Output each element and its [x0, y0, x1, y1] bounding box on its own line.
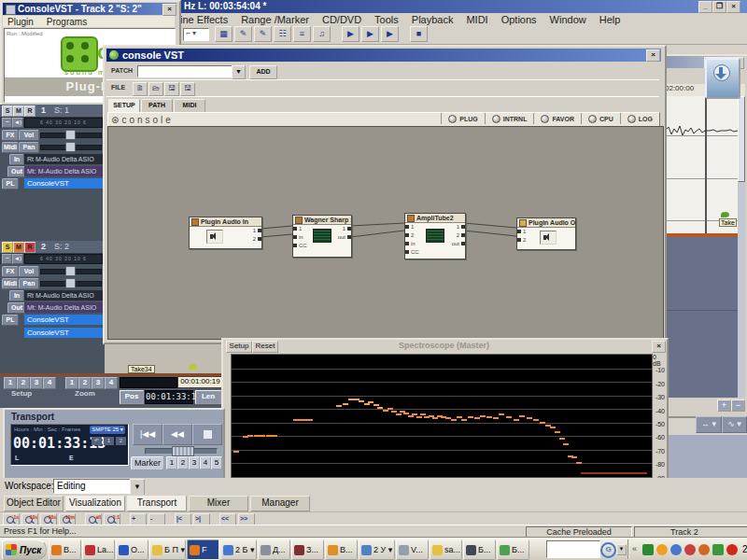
save-as-file-icon[interactable]: 🖫 — [180, 82, 195, 96]
patch-dropdown-button[interactable]: ▼ — [232, 65, 246, 79]
scrollbar-thumb[interactable] — [738, 96, 745, 182]
tab-manager[interactable]: Manager — [250, 496, 310, 511]
taskbar-item[interactable]: F — [187, 539, 219, 560]
output-device[interactable]: Mt: M-Audio Delta ASIO — [24, 166, 105, 176]
download-arrow-icon[interactable] — [705, 58, 740, 99]
plugin-menu-plugin[interactable]: Plugin — [7, 17, 34, 27]
plugin-slot[interactable]: ConsoleVST — [24, 315, 105, 325]
console-cpu-button[interactable]: CPU — [581, 113, 620, 124]
module-amplitube2[interactable]: AmpliTube212inCC12out — [404, 213, 466, 259]
plugin-menu-programs[interactable]: Programs — [47, 17, 87, 27]
play-icon[interactable]: ▶ — [361, 26, 379, 42]
taskbar-item[interactable]: V... — [396, 539, 429, 560]
module-header[interactable]: Wagner Sharp x4 — [293, 216, 351, 225]
search-dropdown-button[interactable]: ▼ — [616, 544, 627, 555]
zoom-out-button[interactable]: − — [731, 399, 745, 412]
mute-button[interactable]: M — [13, 242, 24, 253]
port-in-CC[interactable] — [293, 244, 297, 247]
spectroscope-titlebar[interactable]: Setup Reset Spectroscope (Master) × — [225, 341, 663, 353]
port-out-1[interactable] — [461, 225, 465, 229]
tab-midi[interactable]: MIDI — [174, 99, 205, 113]
console-vst-titlebar[interactable]: console VST × — [106, 49, 661, 62]
open-file-icon[interactable]: 🗁 — [148, 82, 163, 96]
routing-canvas[interactable]: Plugin Audio In12Wagner Sharp x41inCC1ou… — [107, 126, 664, 340]
monitor-speaker-icon[interactable]: ◄) — [12, 254, 23, 264]
zoom-4-button[interactable]: 4 — [105, 377, 118, 389]
mixer-icon[interactable]: ☷ — [274, 26, 291, 42]
taskbar-clock[interactable]: 2:11 — [742, 544, 747, 554]
record-button[interactable]: R — [24, 242, 35, 253]
port-in-1[interactable] — [405, 225, 409, 229]
play-loop-icon[interactable]: ▶ — [381, 26, 399, 42]
main-menu-cddvd[interactable]: CD/DVD — [322, 14, 361, 25]
pl-button[interactable]: PL — [2, 315, 19, 326]
main-menu-tools[interactable]: Tools — [374, 14, 399, 25]
tab-mixer[interactable]: Mixer — [189, 496, 248, 511]
taskbar-item[interactable]: sa... — [430, 539, 462, 560]
setup-3-button[interactable]: 3 — [30, 377, 43, 389]
main-menu-window[interactable]: Window — [550, 14, 586, 25]
tab-visualization[interactable]: Visualization — [65, 496, 125, 511]
take34-label[interactable]: Take34 — [128, 365, 155, 373]
pos-value[interactable]: 00:01:33:13 — [145, 390, 193, 404]
taskbar-item[interactable]: La... — [82, 539, 115, 560]
vol-button[interactable]: Vol — [19, 266, 39, 277]
module-header[interactable]: Plugin Audio In — [190, 217, 261, 227]
orange-ball-icon[interactable] — [656, 544, 668, 555]
main-menu-midi[interactable]: MIDI — [466, 14, 487, 25]
collapse-chevron-icon[interactable]: « — [632, 544, 640, 555]
stop-button[interactable] — [192, 424, 222, 445]
minimize-track-button[interactable]: − — [2, 118, 12, 128]
main-restore-button[interactable]: ❐ — [712, 1, 726, 13]
main-menu-options[interactable]: Options — [501, 14, 537, 25]
taskbar-item[interactable]: Б... — [463, 539, 496, 560]
main-close-button[interactable]: × — [726, 1, 740, 13]
save-file-icon[interactable]: 🖫 — [164, 82, 179, 96]
marker-3-button[interactable]: 3 — [189, 456, 200, 469]
rewind-button[interactable]: ◀◀ — [162, 424, 192, 445]
red-arrow-icon[interactable] — [726, 544, 738, 555]
solo-button[interactable]: S — [2, 242, 13, 253]
patch-select[interactable] — [137, 65, 233, 77]
speaker-icon[interactable] — [540, 231, 557, 245]
console-favor-button[interactable]: FAVOR — [533, 113, 581, 124]
setup-1-button[interactable]: 1 — [4, 377, 17, 389]
green-badge-icon[interactable] — [712, 544, 724, 555]
add-patch-button[interactable]: ADD — [249, 65, 277, 79]
setup-2-button[interactable]: 2 — [17, 377, 30, 389]
midi-button[interactable]: Midi — [2, 142, 19, 153]
tab-transport[interactable]: Transport — [127, 496, 187, 511]
shuttle-thumb[interactable] — [172, 446, 194, 456]
smpte-dropdown[interactable]: SMPTE 25 ▾ — [90, 426, 125, 434]
speaker-icon[interactable] — [206, 230, 223, 244]
consolevst-close-button[interactable]: × — [162, 4, 176, 16]
port-in-in[interactable] — [405, 242, 409, 245]
marker-2-button[interactable]: 2 — [177, 456, 189, 469]
taskbar-item[interactable]: Д... — [258, 539, 290, 560]
taskbar-item[interactable]: Б... — [497, 539, 529, 560]
playhead-line[interactable] — [705, 96, 707, 233]
track-name[interactable]: S: 1 — [54, 105, 69, 115]
minimize-track-button[interactable]: − — [2, 254, 12, 264]
plugin-screen-icon[interactable] — [313, 229, 331, 243]
setup-4-button[interactable]: 4 — [43, 377, 56, 389]
vol-handle[interactable] — [65, 130, 76, 140]
search-input[interactable] — [546, 540, 600, 558]
new-file-icon[interactable]: 🗎 — [133, 82, 148, 96]
tab-object-editor[interactable]: Object Editor — [4, 496, 63, 511]
input-device[interactable]: Rt M-Audio Delta ASIO — [24, 154, 105, 164]
output-button[interactable]: Out — [7, 166, 26, 177]
take-label[interactable]: Take — [719, 218, 737, 227]
taskbar-item[interactable]: 2 Б ▾ — [220, 539, 257, 560]
vertical-scrollbar[interactable] — [738, 96, 745, 398]
snap-grid-icon[interactable]: ▦ — [215, 26, 233, 42]
consolevst-titlebar[interactable]: ConsoleVST - Track 2 "S: 2" × — [3, 3, 176, 15]
pan-handle[interactable] — [65, 278, 76, 288]
marker-4-button[interactable]: 4 — [200, 456, 211, 469]
start-button[interactable]: Пуск — [2, 539, 47, 560]
port-in-2[interactable] — [405, 233, 409, 237]
port-out-out[interactable] — [461, 242, 465, 245]
solo-button[interactable]: S — [2, 105, 13, 117]
track-header[interactable]: SMR1S: 1 — [0, 105, 105, 117]
wave-mode-button[interactable]: ∿ ▾ — [722, 416, 747, 433]
